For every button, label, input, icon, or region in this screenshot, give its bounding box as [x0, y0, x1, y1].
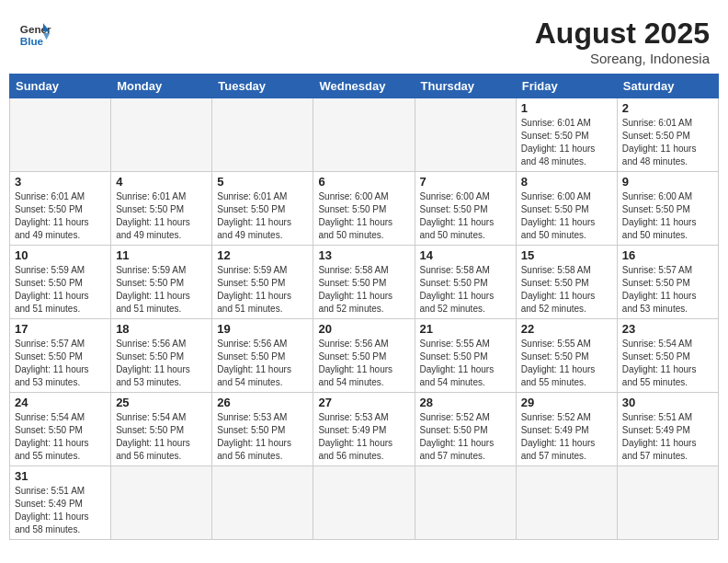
- day-number: 7: [420, 175, 511, 189]
- day-number: 23: [622, 322, 713, 336]
- day-number: 1: [521, 101, 612, 115]
- calendar-day-cell: 18Sunrise: 5:56 AM Sunset: 5:50 PM Dayli…: [111, 319, 212, 393]
- calendar-day-cell: 13Sunrise: 5:58 AM Sunset: 5:50 PM Dayli…: [313, 246, 415, 319]
- day-info: Sunrise: 6:00 AM Sunset: 5:50 PM Dayligh…: [420, 190, 511, 242]
- day-number: 8: [521, 175, 612, 189]
- day-number: 5: [217, 175, 308, 189]
- day-info: Sunrise: 5:51 AM Sunset: 5:49 PM Dayligh…: [622, 411, 713, 463]
- day-info: Sunrise: 6:01 AM Sunset: 5:50 PM Dayligh…: [15, 190, 106, 242]
- month-title: August 2025: [535, 17, 710, 51]
- calendar-day-cell: 29Sunrise: 5:52 AM Sunset: 5:49 PM Dayli…: [516, 393, 617, 466]
- calendar-day-cell: 15Sunrise: 5:58 AM Sunset: 5:50 PM Dayli…: [516, 246, 617, 319]
- day-number: 16: [622, 248, 713, 262]
- logo: General Blue: [18, 17, 51, 50]
- day-number: 19: [217, 322, 308, 336]
- day-info: Sunrise: 6:01 AM Sunset: 5:50 PM Dayligh…: [521, 117, 612, 168]
- calendar-day-cell: 23Sunrise: 5:54 AM Sunset: 5:50 PM Dayli…: [617, 319, 718, 393]
- calendar-day-cell: [313, 98, 415, 172]
- calendar-day-cell: 7Sunrise: 6:00 AM Sunset: 5:50 PM Daylig…: [415, 172, 516, 246]
- calendar-day-cell: 21Sunrise: 5:55 AM Sunset: 5:50 PM Dayli…: [415, 319, 516, 393]
- calendar-day-cell: 3Sunrise: 6:01 AM Sunset: 5:50 PM Daylig…: [10, 172, 111, 246]
- day-number: 3: [15, 175, 106, 189]
- day-info: Sunrise: 5:58 AM Sunset: 5:50 PM Dayligh…: [521, 264, 612, 316]
- day-info: Sunrise: 5:59 AM Sunset: 5:50 PM Dayligh…: [217, 264, 308, 316]
- title-block: August 2025 Soreang, Indonesia: [535, 17, 710, 66]
- calendar-day-cell: [516, 466, 617, 540]
- day-info: Sunrise: 5:53 AM Sunset: 5:49 PM Dayligh…: [318, 411, 409, 463]
- day-info: Sunrise: 5:55 AM Sunset: 5:50 PM Dayligh…: [521, 338, 612, 389]
- day-number: 29: [521, 396, 612, 409]
- day-info: Sunrise: 5:55 AM Sunset: 5:50 PM Dayligh…: [420, 338, 511, 389]
- calendar-day-cell: 9Sunrise: 6:00 AM Sunset: 5:50 PM Daylig…: [617, 172, 718, 246]
- calendar-day-cell: 5Sunrise: 6:01 AM Sunset: 5:50 PM Daylig…: [212, 172, 313, 246]
- day-number: 4: [116, 175, 207, 189]
- svg-marker-3: [43, 33, 50, 40]
- day-number: 14: [420, 248, 511, 262]
- calendar-header-row: SundayMondayTuesdayWednesdayThursdayFrid…: [10, 75, 719, 98]
- day-info: Sunrise: 5:57 AM Sunset: 5:50 PM Dayligh…: [15, 338, 106, 389]
- weekday-header: Friday: [516, 75, 617, 98]
- calendar-day-cell: 24Sunrise: 5:54 AM Sunset: 5:50 PM Dayli…: [10, 393, 111, 466]
- day-info: Sunrise: 5:59 AM Sunset: 5:50 PM Dayligh…: [116, 264, 207, 316]
- day-info: Sunrise: 6:01 AM Sunset: 5:50 PM Dayligh…: [116, 190, 207, 242]
- day-number: 20: [318, 322, 409, 336]
- calendar-day-cell: [212, 466, 313, 540]
- calendar-day-cell: [111, 466, 212, 540]
- calendar-day-cell: 1Sunrise: 6:01 AM Sunset: 5:50 PM Daylig…: [516, 98, 617, 172]
- day-info: Sunrise: 6:01 AM Sunset: 5:50 PM Dayligh…: [217, 190, 308, 242]
- calendar-day-cell: 31Sunrise: 5:51 AM Sunset: 5:49 PM Dayli…: [10, 466, 111, 540]
- weekday-header: Sunday: [10, 75, 111, 98]
- calendar-day-cell: 2Sunrise: 6:01 AM Sunset: 5:50 PM Daylig…: [617, 98, 718, 172]
- calendar-day-cell: 12Sunrise: 5:59 AM Sunset: 5:50 PM Dayli…: [212, 246, 313, 319]
- day-info: Sunrise: 5:58 AM Sunset: 5:50 PM Dayligh…: [420, 264, 511, 316]
- day-info: Sunrise: 5:56 AM Sunset: 5:50 PM Dayligh…: [116, 338, 207, 389]
- day-info: Sunrise: 5:54 AM Sunset: 5:50 PM Dayligh…: [622, 338, 713, 389]
- calendar-day-cell: [10, 98, 111, 172]
- weekday-header: Thursday: [415, 75, 516, 98]
- day-number: 31: [15, 469, 106, 483]
- day-number: 17: [15, 322, 106, 336]
- day-info: Sunrise: 5:51 AM Sunset: 5:49 PM Dayligh…: [15, 485, 106, 536]
- day-info: Sunrise: 6:00 AM Sunset: 5:50 PM Dayligh…: [521, 190, 612, 242]
- calendar-week-row: 10Sunrise: 5:59 AM Sunset: 5:50 PM Dayli…: [10, 246, 719, 319]
- page-header: General Blue August 2025 Soreang, Indone…: [9, 9, 719, 70]
- day-info: Sunrise: 5:54 AM Sunset: 5:50 PM Dayligh…: [116, 411, 207, 463]
- weekday-header: Monday: [111, 75, 212, 98]
- calendar-day-cell: 6Sunrise: 6:00 AM Sunset: 5:50 PM Daylig…: [313, 172, 415, 246]
- day-info: Sunrise: 5:58 AM Sunset: 5:50 PM Dayligh…: [318, 264, 409, 316]
- calendar-day-cell: 17Sunrise: 5:57 AM Sunset: 5:50 PM Dayli…: [10, 319, 111, 393]
- location: Soreang, Indonesia: [535, 51, 710, 66]
- calendar-day-cell: [415, 98, 516, 172]
- day-number: 12: [217, 248, 308, 262]
- day-info: Sunrise: 5:57 AM Sunset: 5:50 PM Dayligh…: [622, 264, 713, 316]
- day-number: 28: [420, 396, 511, 409]
- day-number: 13: [318, 248, 409, 262]
- calendar-table: SundayMondayTuesdayWednesdayThursdayFrid…: [9, 74, 719, 540]
- calendar-day-cell: 11Sunrise: 5:59 AM Sunset: 5:50 PM Dayli…: [111, 246, 212, 319]
- day-info: Sunrise: 5:53 AM Sunset: 5:50 PM Dayligh…: [217, 411, 308, 463]
- calendar-day-cell: 4Sunrise: 6:01 AM Sunset: 5:50 PM Daylig…: [111, 172, 212, 246]
- calendar-day-cell: [415, 466, 516, 540]
- day-number: 27: [318, 396, 409, 409]
- day-number: 25: [116, 396, 207, 409]
- day-number: 24: [15, 396, 106, 409]
- day-info: Sunrise: 6:01 AM Sunset: 5:50 PM Dayligh…: [622, 117, 713, 168]
- calendar-day-cell: [313, 466, 415, 540]
- calendar-week-row: 24Sunrise: 5:54 AM Sunset: 5:50 PM Dayli…: [10, 393, 719, 466]
- calendar-day-cell: 22Sunrise: 5:55 AM Sunset: 5:50 PM Dayli…: [516, 319, 617, 393]
- calendar-day-cell: 28Sunrise: 5:52 AM Sunset: 5:50 PM Dayli…: [415, 393, 516, 466]
- day-info: Sunrise: 5:56 AM Sunset: 5:50 PM Dayligh…: [318, 338, 409, 389]
- calendar-day-cell: 25Sunrise: 5:54 AM Sunset: 5:50 PM Dayli…: [111, 393, 212, 466]
- calendar-day-cell: 30Sunrise: 5:51 AM Sunset: 5:49 PM Dayli…: [617, 393, 718, 466]
- logo-icon: General Blue: [18, 17, 51, 50]
- calendar-day-cell: 27Sunrise: 5:53 AM Sunset: 5:49 PM Dayli…: [313, 393, 415, 466]
- calendar-week-row: 17Sunrise: 5:57 AM Sunset: 5:50 PM Dayli…: [10, 319, 719, 393]
- calendar-week-row: 1Sunrise: 6:01 AM Sunset: 5:50 PM Daylig…: [10, 98, 719, 172]
- day-info: Sunrise: 5:54 AM Sunset: 5:50 PM Dayligh…: [15, 411, 106, 463]
- calendar-day-cell: 26Sunrise: 5:53 AM Sunset: 5:50 PM Dayli…: [212, 393, 313, 466]
- weekday-header: Tuesday: [212, 75, 313, 98]
- calendar-day-cell: 16Sunrise: 5:57 AM Sunset: 5:50 PM Dayli…: [617, 246, 718, 319]
- calendar-day-cell: [617, 466, 718, 540]
- day-number: 15: [521, 248, 612, 262]
- day-number: 18: [116, 322, 207, 336]
